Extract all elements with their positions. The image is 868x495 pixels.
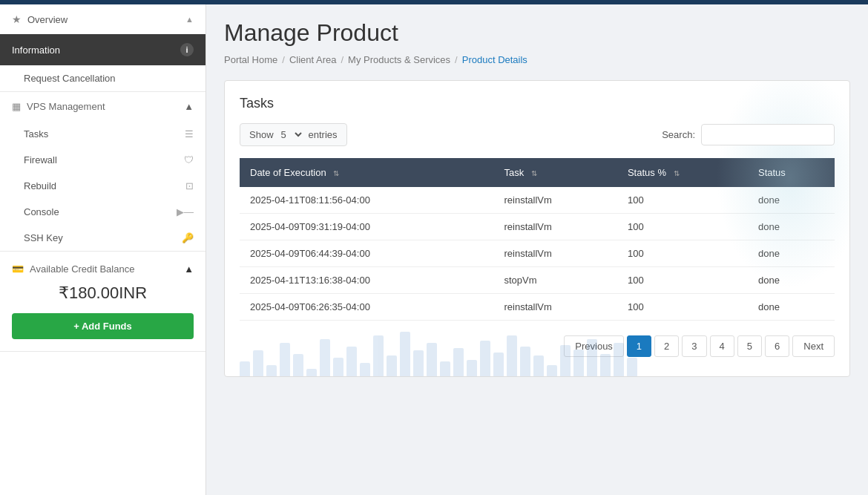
cell-date: 2025-04-09T06:44:39-04:00 <box>240 240 493 267</box>
sort-icon-task: ⇅ <box>531 169 537 177</box>
sidebar-item-tasks[interactable]: Tasks ☰ <box>0 121 206 147</box>
prev-button[interactable]: Previous <box>564 335 624 357</box>
table-controls: Show 5 10 25 50 entries Search: 🔍 <box>240 123 835 146</box>
col-status-pct: Status % ⇅ <box>617 158 748 187</box>
chart-bar <box>533 355 544 376</box>
chevron-up-icon-credit: ▲ <box>184 263 194 275</box>
chart-bar <box>440 361 450 376</box>
firewall-label: Firewall <box>24 154 57 165</box>
breadcrumb-sep-1: / <box>282 54 285 65</box>
ssh-key-label: SSH Key <box>24 232 63 243</box>
add-funds-button[interactable]: + Add Funds <box>12 313 194 339</box>
cell-task: stopVm <box>493 267 617 294</box>
credit-balance-section: 💳 Available Credit Balance ▲ ₹180.00INR … <box>0 252 206 352</box>
chart-bar <box>627 358 637 376</box>
chart-bar <box>387 355 397 376</box>
breadcrumb-portal-home[interactable]: Portal Home <box>224 54 277 65</box>
show-entries-control: Show 5 10 25 50 entries <box>240 123 347 146</box>
console-label: Console <box>24 206 59 217</box>
table-row: 2025-04-11T13:16:38-04:00 stopVm 100 don… <box>240 267 835 294</box>
breadcrumb-client-area[interactable]: Client Area <box>289 54 337 65</box>
cell-status: done <box>748 214 835 240</box>
sidebar-item-console[interactable]: Console ▶— <box>0 199 206 225</box>
sidebar-item-request-cancellation[interactable]: Request Cancellation <box>0 65 206 91</box>
sidebar-item-information[interactable]: Information i <box>0 34 206 65</box>
entries-label: entries <box>309 129 338 140</box>
cell-status-pct: 100 <box>617 214 748 240</box>
sidebar-item-rebuild[interactable]: Rebuild ⊡ <box>0 173 206 199</box>
cell-status: done <box>748 294 835 321</box>
server-icon: ▦ <box>12 101 21 112</box>
search-label: Search: <box>662 129 695 140</box>
credit-amount: ₹180.00INR <box>12 283 194 303</box>
vps-management-label: VPS Management <box>27 101 105 112</box>
sidebar-item-overview[interactable]: ★ Overview ▲ <box>0 4 206 34</box>
cell-status-pct: 100 <box>617 240 748 267</box>
search-box: Search: 🔍 <box>662 124 835 145</box>
cell-date: 2025-04-11T13:16:38-04:00 <box>240 267 493 294</box>
table-row: 2025-04-09T06:44:39-04:00 reinstallVm 10… <box>240 240 835 267</box>
cell-status-pct: 100 <box>617 267 748 294</box>
tasks-table: Date of Execution ⇅ Task ⇅ Status % ⇅ St… <box>240 158 835 321</box>
cell-status: done <box>748 267 835 294</box>
cell-task: reinstallVm <box>493 214 617 240</box>
chart-bar <box>467 360 477 376</box>
cell-task: reinstallVm <box>493 187 617 214</box>
table-row: 2025-04-09T06:26:35-04:00 reinstallVm 10… <box>240 294 835 321</box>
sidebar: ★ Overview ▲ Information i Request Cance… <box>0 4 206 495</box>
terminal-icon: ▶— <box>177 206 194 217</box>
chart-bar <box>600 354 611 376</box>
breadcrumb-sep-3: / <box>455 54 458 65</box>
sidebar-overview-label: Overview <box>27 14 68 25</box>
col-status: Status <box>748 158 835 187</box>
credit-icon: 💳 <box>12 263 24 275</box>
cell-status: done <box>748 187 835 214</box>
chevron-up-icon: ▲ <box>185 15 194 24</box>
credit-balance-label: Available Credit Balance <box>30 263 134 275</box>
info-badge: i <box>180 43 194 56</box>
shield-icon: 🛡 <box>184 154 194 165</box>
cell-date: 2025-04-09T09:31:19-04:00 <box>240 214 493 240</box>
sidebar-item-ssh-key[interactable]: SSH Key 🔑 <box>0 225 206 251</box>
show-label: Show <box>249 129 274 140</box>
pagination: Previous 1 2 3 4 5 6 Next <box>240 335 835 357</box>
page-btn-6[interactable]: 6 <box>765 335 789 357</box>
sidebar-information-label: Information <box>12 45 60 56</box>
entries-select[interactable]: 5 10 25 50 <box>278 128 304 141</box>
cell-date: 2025-04-09T06:26:35-04:00 <box>240 294 493 321</box>
sidebar-item-firewall[interactable]: Firewall 🛡 <box>0 147 206 173</box>
page-btn-5[interactable]: 5 <box>737 335 762 357</box>
page-btn-4[interactable]: 4 <box>710 335 734 357</box>
page-btn-3[interactable]: 3 <box>682 335 706 357</box>
tasks-section-title: Tasks <box>240 96 835 111</box>
table-row: 2025-04-11T08:11:56-04:00 reinstallVm 10… <box>240 187 835 214</box>
chart-bar <box>293 354 303 376</box>
next-button[interactable]: Next <box>792 335 835 357</box>
chart-bar <box>266 365 277 376</box>
cell-status-pct: 100 <box>617 187 748 214</box>
page-btn-1[interactable]: 1 <box>627 335 651 357</box>
star-icon: ★ <box>12 13 22 25</box>
cell-status-pct: 100 <box>617 294 748 321</box>
request-cancellation-label: Request Cancellation <box>24 73 116 84</box>
page-btn-2[interactable]: 2 <box>654 335 679 357</box>
col-task: Task ⇅ <box>493 158 617 187</box>
cell-task: reinstallVm <box>493 294 617 321</box>
sort-icon-date: ⇅ <box>333 169 339 177</box>
breadcrumb-my-products[interactable]: My Products & Services <box>348 54 450 65</box>
rebuild-icon: ⊡ <box>185 180 194 191</box>
cell-task: reinstallVm <box>493 240 617 267</box>
sort-icon-status-pct: ⇅ <box>674 169 680 177</box>
vps-management-header[interactable]: ▦ VPS Management ▲ <box>0 92 206 121</box>
col-date: Date of Execution ⇅ <box>240 158 493 187</box>
search-input[interactable] <box>701 124 835 145</box>
cell-date: 2025-04-11T08:11:56-04:00 <box>240 187 493 214</box>
breadcrumb-sep-2: / <box>341 54 343 65</box>
chart-bar <box>360 363 370 376</box>
breadcrumb: Portal Home / Client Area / My Products … <box>224 54 850 65</box>
chart-bar <box>547 365 557 376</box>
table-row: 2025-04-09T09:31:19-04:00 reinstallVm 10… <box>240 214 835 240</box>
chevron-up-icon-vps: ▲ <box>184 101 194 112</box>
rebuild-label: Rebuild <box>24 180 56 191</box>
cell-status: done <box>748 240 835 267</box>
